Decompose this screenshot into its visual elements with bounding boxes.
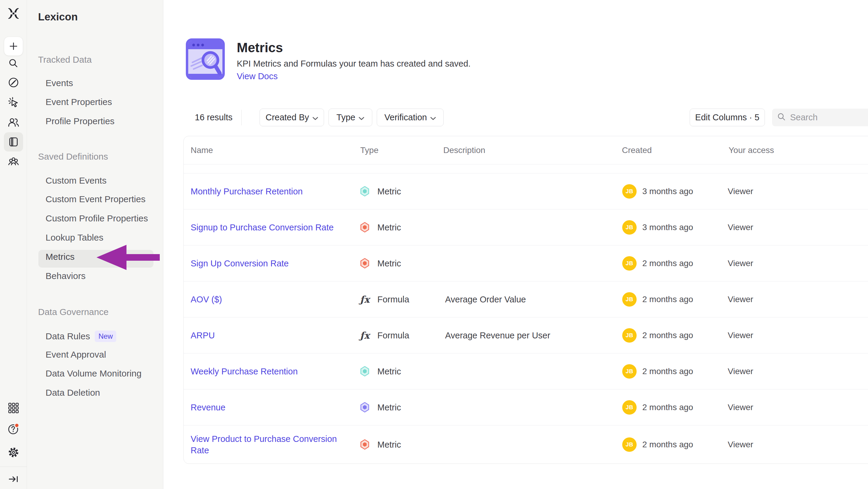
- type-label: Metric: [377, 186, 401, 196]
- chevron-down-icon: [430, 113, 436, 122]
- type-label: Formula: [377, 330, 409, 340]
- created-date: 2 months ago: [642, 367, 693, 376]
- users-icon[interactable]: [7, 116, 20, 128]
- created-date: 3 months ago: [642, 223, 693, 232]
- table-row[interactable]: Monthly Purchaser Retention ƒx Metric JB…: [184, 173, 868, 209]
- sidebar-item-event-approval[interactable]: Event Approval: [45, 349, 106, 360]
- edit-columns-button[interactable]: Edit Columns · 5: [690, 109, 765, 126]
- search-input[interactable]: [790, 113, 865, 122]
- collapse-sidebar-icon[interactable]: [7, 473, 20, 485]
- metric-name-link[interactable]: Monthly Purchaser Retention: [191, 186, 354, 197]
- lexicon-book-icon[interactable]: [7, 136, 20, 148]
- metric-name-link[interactable]: View Product to Purchase Conversion Rate: [191, 433, 354, 456]
- table-row[interactable]: AOV ($) ƒx Formula Average Order Value J…: [184, 281, 868, 317]
- icon-rail: [0, 0, 27, 489]
- metrics-page-icon: [186, 38, 225, 80]
- access-cell: Viewer: [728, 295, 753, 304]
- avatar: JB: [622, 184, 637, 199]
- avatar: JB: [622, 400, 637, 414]
- description-cell: Average Revenue per User: [445, 330, 613, 340]
- type-label: Formula: [377, 294, 409, 304]
- sidebar-item-custom-profile-properties[interactable]: Custom Profile Properties: [45, 213, 148, 224]
- sidebar-item-custom-events[interactable]: Custom Events: [45, 175, 106, 186]
- column-header-your-access[interactable]: Your access: [728, 145, 774, 155]
- sidebar-item-data-rules[interactable]: Data Rules New: [45, 330, 116, 342]
- sidebar-item-event-properties[interactable]: Event Properties: [45, 97, 112, 107]
- sidebar-item-data-volume-monitoring[interactable]: Data Volume Monitoring: [45, 368, 142, 379]
- created-date: 3 months ago: [642, 186, 693, 196]
- avatar: JB: [622, 256, 637, 270]
- page-subtitle: KPI Metrics and Formulas your team has c…: [237, 59, 471, 69]
- search-box[interactable]: [772, 109, 868, 126]
- sidebar-item-custom-event-properties[interactable]: Custom Event Properties: [45, 194, 145, 204]
- page-title: Metrics: [237, 40, 283, 55]
- sidebar-item-data-deletion[interactable]: Data Deletion: [45, 387, 100, 398]
- avatar: JB: [622, 364, 637, 379]
- help-icon[interactable]: [7, 423, 20, 435]
- metrics-table: Name Type Description Created Your acces…: [183, 136, 868, 464]
- description-cell: Average Order Value: [445, 294, 613, 304]
- metric-type-icon: ƒx: [360, 366, 370, 376]
- sidebar-item-behaviors[interactable]: Behaviors: [45, 271, 86, 281]
- metric-name-link[interactable]: Signup to Purchase Conversion Rate: [191, 222, 354, 233]
- created-date: 2 months ago: [642, 295, 693, 304]
- apps-grid-icon[interactable]: [7, 402, 20, 414]
- filter-type[interactable]: Type: [329, 109, 372, 126]
- notification-dot: [15, 423, 19, 428]
- main-content: Metrics KPI Metrics and Formulas your te…: [163, 0, 868, 489]
- table-row[interactable]: Weekly Purchase Retention ƒx Metric JB 2…: [184, 353, 868, 390]
- sidebar-item-profile-properties[interactable]: Profile Properties: [45, 116, 115, 126]
- table-row-partial: [184, 164, 868, 173]
- column-header-created[interactable]: Created: [622, 145, 652, 155]
- search-nav-icon[interactable]: [7, 58, 20, 69]
- table-row[interactable]: ARPU ƒx Formula Average Revenue per User…: [184, 317, 868, 353]
- chevron-down-icon: [313, 113, 318, 122]
- table-row[interactable]: Sign Up Conversion Rate ƒx Metric JB 2 m…: [184, 246, 868, 281]
- created-date: 2 months ago: [642, 259, 693, 268]
- type-label: Metric: [377, 439, 401, 450]
- access-cell: Viewer: [728, 330, 753, 340]
- access-cell: Viewer: [728, 367, 753, 376]
- annotation-arrow: [96, 243, 160, 272]
- filter-created-by[interactable]: Created By: [259, 109, 324, 126]
- metric-name-link[interactable]: Weekly Purchase Retention: [191, 366, 354, 377]
- table-row[interactable]: View Product to Purchase Conversion Rate…: [184, 425, 868, 463]
- metric-name-link[interactable]: AOV ($): [191, 294, 354, 305]
- results-count: 16 results: [195, 109, 232, 126]
- created-date: 2 months ago: [642, 330, 693, 340]
- filter-verification[interactable]: Verification: [377, 109, 443, 126]
- column-header-name[interactable]: Name: [191, 145, 213, 155]
- table-row[interactable]: Revenue ƒx Metric JB 2 months ago Viewer: [184, 390, 868, 425]
- column-header-description[interactable]: Description: [443, 145, 485, 155]
- created-date: 2 months ago: [642, 440, 693, 450]
- access-cell: Viewer: [728, 186, 753, 196]
- sidebar-item-lookup-tables[interactable]: Lookup Tables: [45, 232, 103, 243]
- create-new-button[interactable]: [4, 37, 23, 56]
- avatar: JB: [622, 292, 637, 307]
- formula-type-icon: ƒx: [360, 294, 370, 305]
- type-label: Metric: [377, 402, 401, 412]
- cohorts-icon[interactable]: [7, 155, 20, 167]
- toolbar-divider: [241, 110, 242, 125]
- metric-name-link[interactable]: Sign Up Conversion Rate: [191, 258, 354, 269]
- view-docs-link[interactable]: View Docs: [237, 71, 278, 81]
- sidebar-title: Lexicon: [38, 11, 78, 23]
- rail-divider: [0, 466, 27, 467]
- type-label: Metric: [377, 258, 401, 268]
- settings-gear-icon[interactable]: [7, 447, 20, 458]
- table-row[interactable]: Signup to Purchase Conversion Rate ƒx Me…: [184, 209, 868, 246]
- column-header-type[interactable]: Type: [360, 145, 378, 155]
- access-cell: Viewer: [728, 259, 753, 268]
- metric-name-link[interactable]: Revenue: [191, 402, 354, 413]
- cursor-click-icon[interactable]: [7, 96, 20, 109]
- sidebar-item-metrics[interactable]: Metrics: [45, 252, 74, 262]
- metric-name-link[interactable]: ARPU: [191, 330, 354, 341]
- metric-type-icon: ƒx: [360, 439, 370, 450]
- table-header-row: Name Type Description Created Your acces…: [184, 136, 868, 164]
- section-heading-saved-definitions: Saved Definitions: [38, 151, 108, 162]
- sidebar-item-events[interactable]: Events: [45, 78, 73, 88]
- search-icon: [777, 113, 785, 122]
- compass-icon[interactable]: [7, 77, 20, 88]
- section-heading-data-governance: Data Governance: [38, 307, 108, 317]
- created-date: 2 months ago: [642, 403, 693, 412]
